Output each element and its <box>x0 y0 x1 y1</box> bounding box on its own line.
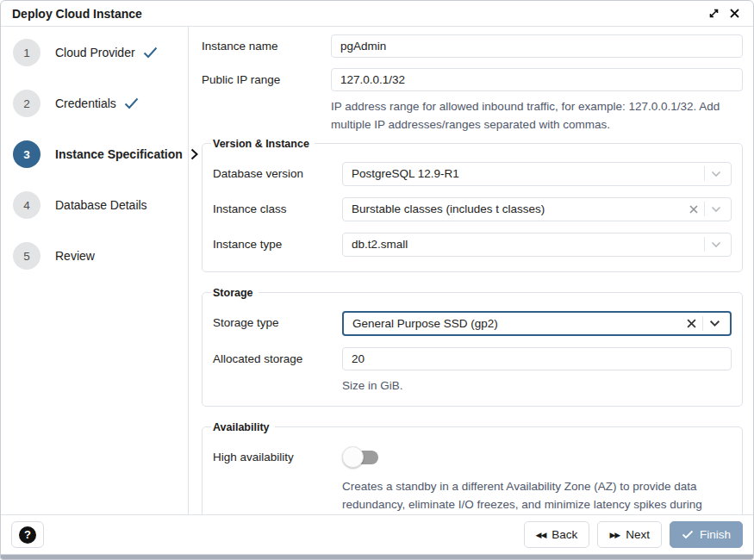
maximize-icon[interactable] <box>703 3 724 24</box>
help-icon: ? <box>19 526 36 544</box>
allocated-storage-label: Allocated storage <box>213 347 342 395</box>
step-cloud-provider[interactable]: 1 Cloud Provider <box>13 39 179 66</box>
instance-name-label: Instance name <box>202 34 331 58</box>
step-number-badge: 4 <box>13 191 41 219</box>
step-credentials[interactable]: 2 Credentials <box>13 90 179 117</box>
database-version-label: Database version <box>213 162 342 186</box>
next-button[interactable]: ▶▶ Next <box>597 521 662 548</box>
wizard-steps-sidebar: 1 Cloud Provider 2 Credentials 3 Instanc… <box>1 27 189 514</box>
dialog-title: Deploy Cloud Instance <box>12 7 703 21</box>
step-number-badge: 3 <box>13 140 41 168</box>
high-availability-label: High availability <box>213 445 342 514</box>
close-icon[interactable] <box>724 3 745 24</box>
help-button[interactable]: ? <box>11 521 44 548</box>
allocated-storage-help-text: Size in GiB. <box>342 377 732 395</box>
instance-type-select[interactable]: db.t2.small <box>342 233 732 257</box>
back-button[interactable]: ◀◀ Back <box>524 521 590 548</box>
step-review[interactable]: 5 Review <box>13 242 179 270</box>
dialog-footer: ? ◀◀ Back ▶▶ Next Finish <box>1 514 753 554</box>
next-icon: ▶▶ <box>609 531 620 539</box>
step-number-badge: 2 <box>13 90 41 117</box>
check-icon <box>143 47 158 59</box>
public-ip-help-text: IP address range for allowed inbound tra… <box>331 98 743 134</box>
dialog-body: 1 Cloud Provider 2 Credentials 3 Instanc… <box>1 27 753 514</box>
step-number-badge: 1 <box>13 39 41 66</box>
chevron-down-icon[interactable] <box>708 241 724 248</box>
storage-legend: Storage <box>211 287 259 299</box>
chevron-down-icon[interactable] <box>708 206 724 213</box>
window-bottom-edge <box>1 554 753 559</box>
public-ip-input[interactable] <box>331 68 743 91</box>
instance-specification-form: Instance name Public IP range IP address… <box>189 27 753 514</box>
instance-name-input[interactable] <box>331 34 743 58</box>
back-icon: ◀◀ <box>536 531 546 539</box>
database-version-select[interactable]: PostgreSQL 12.9-R1 <box>342 162 732 186</box>
chevron-down-icon[interactable] <box>708 171 724 177</box>
availability-fieldset: Availability High availability Creates a… <box>202 421 743 514</box>
version-instance-legend: Version & Instance <box>211 138 315 150</box>
high-availability-help-text: Creates a standby in a different Availab… <box>342 478 732 514</box>
storage-fieldset: Storage Storage type General Purpose SSD… <box>202 287 743 407</box>
storage-type-select[interactable]: General Purpose SSD (gp2) <box>342 311 732 336</box>
clear-icon[interactable] <box>684 319 699 328</box>
deploy-cloud-instance-dialog: Deploy Cloud Instance 1 Cloud Provider 2… <box>0 0 754 560</box>
availability-legend: Availability <box>211 421 275 433</box>
version-instance-fieldset: Version & Instance Database version Post… <box>202 138 743 272</box>
allocated-storage-input[interactable] <box>342 347 732 370</box>
instance-type-label: Instance type <box>213 233 342 257</box>
storage-type-label: Storage type <box>213 311 342 336</box>
finish-check-icon <box>682 530 694 539</box>
instance-class-select[interactable]: Burstable classes (includes t classes) <box>342 197 732 221</box>
check-icon <box>124 97 139 109</box>
instance-class-label: Instance class <box>213 197 342 221</box>
high-availability-toggle[interactable] <box>342 445 378 470</box>
step-instance-specification[interactable]: 3 Instance Specification <box>13 140 179 168</box>
public-ip-label: Public IP range <box>202 68 331 134</box>
step-database-details[interactable]: 4 Database Details <box>13 191 179 219</box>
clear-icon[interactable] <box>687 205 701 214</box>
chevron-down-icon[interactable] <box>707 320 723 327</box>
dialog-titlebar: Deploy Cloud Instance <box>1 1 753 27</box>
finish-button[interactable]: Finish <box>670 521 743 548</box>
step-number-badge: 5 <box>13 242 41 270</box>
